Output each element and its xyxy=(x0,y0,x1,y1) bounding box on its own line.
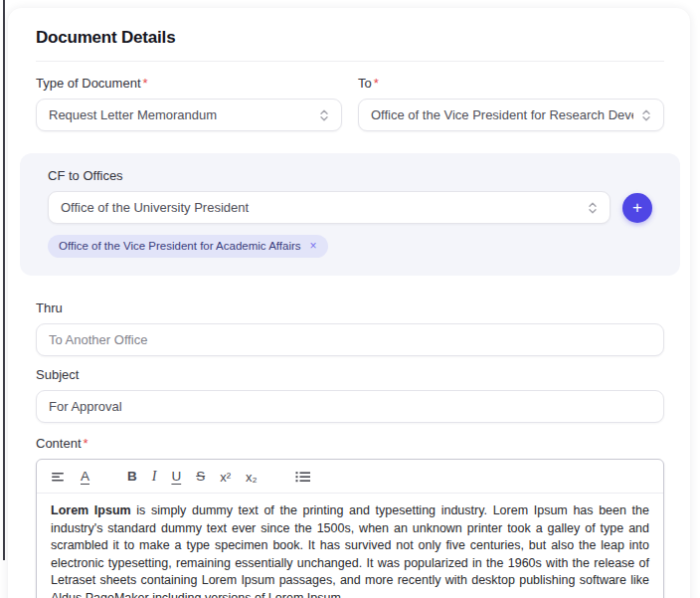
chevron-up-down-icon xyxy=(641,108,651,122)
thru-input[interactable]: To Another Office xyxy=(36,323,664,356)
type-of-document-value: Request Letter Memorandum xyxy=(49,107,311,122)
content-bold-lead: Lorem Ipsum xyxy=(51,503,131,517)
document-details-card: Document Details Type of Document* Reque… xyxy=(8,8,690,598)
underline-icon[interactable]: U xyxy=(171,470,181,484)
thru-placeholder: To Another Office xyxy=(49,332,651,347)
cf-office-value: Office of the University President xyxy=(61,200,580,215)
italic-icon[interactable]: I xyxy=(152,470,157,484)
strikethrough-icon[interactable]: S xyxy=(196,470,205,484)
chevron-up-down-icon xyxy=(319,108,329,122)
plus-icon: + xyxy=(632,199,642,216)
page-title: Document Details xyxy=(36,28,664,48)
type-of-document-select[interactable]: Request Letter Memorandum xyxy=(36,99,342,131)
cf-office-select[interactable]: Office of the University President xyxy=(48,191,611,224)
required-marker: * xyxy=(374,76,379,91)
to-value: Office of the Vice President for Researc… xyxy=(371,107,633,122)
field-to: To* Office of the Vice President for Res… xyxy=(358,76,664,131)
thru-label: Thru xyxy=(36,300,664,315)
chevron-up-down-icon xyxy=(588,201,598,215)
superscript-icon[interactable]: x² xyxy=(220,471,231,484)
content-label: Content* xyxy=(36,436,664,451)
font-color-icon[interactable]: A xyxy=(81,470,89,484)
to-label: To* xyxy=(358,76,664,91)
required-marker: * xyxy=(143,76,148,91)
type-of-document-label: Type of Document* xyxy=(36,76,342,91)
cf-office-chip-label: Office of the Vice President for Academi… xyxy=(59,240,301,252)
cf-to-offices-section: CF to Offices Office of the University P… xyxy=(20,153,680,276)
subject-value: For Approval xyxy=(49,399,651,414)
cf-office-chip: Office of the Vice President for Academi… xyxy=(48,235,328,258)
required-marker: * xyxy=(84,436,88,451)
to-select[interactable]: Office of the Vice President for Researc… xyxy=(358,99,664,131)
x-icon[interactable]: × xyxy=(310,239,317,253)
subject-input[interactable]: For Approval xyxy=(36,390,664,423)
subject-label: Subject xyxy=(36,367,664,382)
field-subject: Subject For Approval xyxy=(36,367,664,423)
field-content: Content* A B I U S x² x₂ Lorem Ips xyxy=(36,436,664,598)
add-cf-office-button[interactable]: + xyxy=(622,193,652,223)
field-thru: Thru To Another Office xyxy=(36,300,664,356)
left-edge-bar xyxy=(3,0,5,560)
title-divider xyxy=(36,61,664,62)
cf-to-offices-label: CF to Offices xyxy=(48,168,652,183)
editor-toolbar: A B I U S x² x₂ xyxy=(37,460,663,494)
subscript-icon[interactable]: x₂ xyxy=(246,471,258,484)
content-editor: A B I U S x² x₂ Lorem Ipsum is simply du… xyxy=(36,459,664,598)
ordered-list-icon[interactable] xyxy=(295,470,311,484)
field-type-of-document: Type of Document* Request Letter Memoran… xyxy=(36,76,342,131)
bold-icon[interactable]: B xyxy=(127,470,137,484)
content-text[interactable]: Lorem Ipsum is simply dummy text of the … xyxy=(37,494,663,598)
content-body-text: is simply dummy text of the printing and… xyxy=(51,503,649,598)
align-left-icon[interactable] xyxy=(51,470,66,484)
